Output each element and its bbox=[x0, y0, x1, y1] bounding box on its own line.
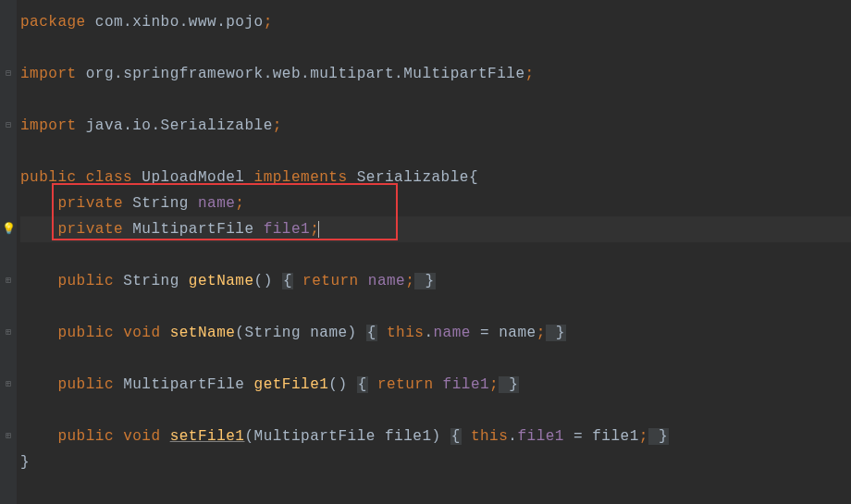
code-line: public String getName() { return name; } bbox=[20, 268, 851, 294]
gutter-row bbox=[0, 165, 17, 191]
code-line: public void setFile1(MultipartFile file1… bbox=[20, 424, 851, 449]
gutter-row bbox=[0, 191, 17, 216]
code-line: private String name; bbox=[20, 191, 851, 216]
gutter-row bbox=[0, 449, 17, 475]
code-line bbox=[20, 398, 851, 424]
code-line: public void setName(String name) { this.… bbox=[20, 320, 851, 346]
code-line bbox=[20, 139, 851, 165]
code-line-current: private MultipartFile file1; bbox=[20, 216, 851, 242]
code-line: public MultipartFile getFile1() { return… bbox=[20, 372, 851, 398]
gutter-row bbox=[0, 9, 17, 35]
code-line bbox=[20, 346, 851, 372]
intention-bulb-icon[interactable]: 💡 bbox=[0, 216, 17, 242]
code-line bbox=[20, 87, 851, 113]
code-line: import java.io.Serializable; bbox=[20, 113, 851, 139]
fold-marker-icon[interactable]: ⊞ bbox=[0, 268, 17, 294]
gutter-row bbox=[0, 139, 17, 165]
code-line: import org.springframework.web.multipart… bbox=[20, 61, 851, 87]
fold-marker-icon[interactable]: ⊞ bbox=[0, 424, 17, 449]
gutter: ⊟ ⊟ 💡 ⊞ ⊞ ⊞ ⊞ bbox=[0, 0, 17, 504]
fold-marker-icon[interactable]: ⊞ bbox=[0, 320, 17, 346]
gutter-row bbox=[0, 398, 17, 424]
gutter-row bbox=[0, 242, 17, 268]
code-editor[interactable]: ⊟ ⊟ 💡 ⊞ ⊞ ⊞ ⊞ package com.xinbo.www.pojo… bbox=[0, 0, 851, 504]
fold-marker-icon[interactable]: ⊟ bbox=[0, 61, 17, 87]
code-line bbox=[20, 35, 851, 61]
gutter-row bbox=[0, 346, 17, 372]
gutter-row bbox=[0, 87, 17, 113]
gutter-row bbox=[0, 294, 17, 320]
code-line: } bbox=[20, 449, 851, 475]
code-line bbox=[20, 294, 851, 320]
fold-marker-icon[interactable]: ⊞ bbox=[0, 372, 17, 398]
gutter-row bbox=[0, 35, 17, 61]
code-line: public class UploadModel implements Seri… bbox=[20, 165, 851, 191]
fold-marker-icon[interactable]: ⊟ bbox=[0, 113, 17, 139]
code-area[interactable]: package com.xinbo.www.pojo; import org.s… bbox=[17, 0, 851, 504]
text-cursor bbox=[318, 221, 319, 238]
code-line: package com.xinbo.www.pojo; bbox=[20, 9, 851, 35]
code-line bbox=[20, 242, 851, 268]
